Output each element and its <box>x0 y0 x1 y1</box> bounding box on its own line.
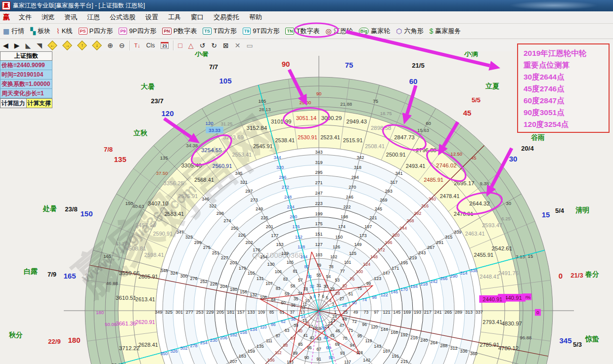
price-ring-inner-label: 2628.41 <box>138 342 158 348</box>
spiral-number: 80 <box>305 264 309 269</box>
spiral-number: 37 <box>290 310 295 315</box>
menu-item-1[interactable]: 浏览 <box>37 12 59 23</box>
toolbar-button-◣[interactable]: ◣ <box>23 40 34 51</box>
spiral-number: 349 <box>155 310 162 315</box>
spiral-number: 179 <box>239 266 246 271</box>
wheel-outer-label-21/3: 21/3 <box>570 272 583 279</box>
spiral-number: 337 <box>476 310 483 315</box>
percent-ring-label: 21.88 <box>340 101 352 107</box>
spiral-number: 300 <box>180 274 188 279</box>
panel-row-1: 时间=20190104 <box>0 70 52 80</box>
price-ring-inner-label: 2560.91 <box>213 163 232 169</box>
spiral-number: 313 <box>465 310 473 315</box>
toolbar-button-✕[interactable]: ✕ <box>232 40 244 51</box>
menu-item-0[interactable]: 文件 <box>14 12 37 23</box>
menu-item-6[interactable]: 工具 <box>163 12 186 23</box>
spiral-number: 320 <box>276 165 284 170</box>
panel-button-0[interactable]: 计算阻力 <box>0 98 27 108</box>
menu-item-9[interactable]: 帮助 <box>244 12 267 23</box>
T↓-icon: T↓ <box>134 42 140 49</box>
spiral-number: 312 <box>450 346 457 351</box>
toolbar-button-P数字表[interactable]: PNP数字表 <box>159 25 200 37</box>
menu-item-5[interactable]: 设置 <box>140 12 163 23</box>
toolbar-button-行情[interactable]: ▦行情 <box>0 25 27 37</box>
spiral-number: 120 <box>371 324 378 329</box>
toolbar-button-⊠[interactable]: ⊠ <box>220 40 232 51</box>
spiral-number: 348 <box>160 268 168 273</box>
spiral-number: 183 <box>239 354 246 359</box>
赢家服务-icon: $ <box>429 28 433 35</box>
spiral-number: 69 <box>335 342 340 347</box>
wheel-outer-label-20/4: 20/4 <box>521 145 534 152</box>
wheel-outer-label-7/9: 7/9 <box>47 271 56 278</box>
toolbar-button-▭[interactable]: ▭ <box>243 40 256 51</box>
main-toolbar: ▦行情▚板块⌇K线PSP四方形P99P四方形PNP数字表TST四方形T99T四方… <box>0 24 613 39</box>
percent-ring-label: 33.33 <box>209 127 220 133</box>
toolbar-button-◥[interactable]: ◥ <box>34 40 45 51</box>
toolbar-button-9T四方形[interactable]: T99T四方形 <box>240 25 283 37</box>
calendar-icon: 21 <box>161 42 169 49</box>
spiral-number: 39 <box>294 323 299 328</box>
toolbar-button-▶[interactable]: ▶ <box>11 40 23 51</box>
toolbar-button-P四方形[interactable]: PSP四方形 <box>76 25 116 37</box>
spiral-number: 124 <box>363 262 370 267</box>
price-ring-outer-label: 3051.14 <box>296 115 317 121</box>
toolbar-button-六角形[interactable]: ⬡六角形 <box>393 25 426 37</box>
spiral-number: 144 <box>381 327 388 332</box>
price-ring-inner-label: 2785.91 <box>480 342 499 348</box>
price-ring-inner-label: 2448.41 <box>480 274 499 280</box>
gann-wheel-button[interactable]: ◎江恩轮 <box>322 25 355 37</box>
toolbar-button-9P四方形[interactable]: P99P四方形 <box>116 25 159 37</box>
spiral-number: 155 <box>248 271 255 276</box>
spiral-number: 119 <box>365 338 372 343</box>
menu-item-3[interactable]: 江恩 <box>82 12 105 23</box>
spiral-number: 96 <box>362 322 367 327</box>
menu-item-8[interactable]: 交易委托 <box>209 12 244 23</box>
wheel-outer-label-135: 135 <box>114 155 126 163</box>
toolbar-button-◀[interactable]: ◀ <box>0 40 11 51</box>
⊕-icon: ⊕ <box>107 42 113 49</box>
toolbar-button-T↓[interactable]: T↓ <box>131 40 143 51</box>
toolbar-button-△[interactable]: △ <box>185 40 197 51</box>
spiral-number: 158 <box>240 330 247 335</box>
menu-item-4[interactable]: 公式选股 <box>105 12 140 23</box>
wheel-outer-label-清明: 清明 <box>575 206 589 214</box>
toolbar-button-K线[interactable]: ⌇K线 <box>53 25 76 37</box>
spiral-number: 156 <box>240 289 247 294</box>
menu-item-2[interactable]: 资讯 <box>59 12 82 23</box>
spiral-number: 7 <box>318 293 320 298</box>
toolbar-button-⊖[interactable]: ⊖ <box>116 40 128 51</box>
menu-item-7[interactable]: 窗口 <box>186 12 209 23</box>
toolbar-button-↻[interactable]: ↻ <box>208 40 220 51</box>
annotation-line-1: 重要点位测算 <box>524 59 609 71</box>
□-icon: □ <box>178 42 182 49</box>
spiral-number: 30 <box>323 284 328 289</box>
spiral-number: 50 <box>352 300 357 305</box>
toolbar-button-↺[interactable]: ↺ <box>196 40 208 51</box>
wheel-outer-label-15: 15 <box>542 210 550 219</box>
toolbar-button-板块[interactable]: ▚板块 <box>27 25 53 37</box>
spiral-number: 193 <box>414 310 421 315</box>
toolbar-button-Cls[interactable]: Cls <box>143 40 158 51</box>
toolbar-button-5[interactable]: → <box>60 40 75 51</box>
PS-icon: PS <box>79 28 88 35</box>
toolbar-button-21[interactable]: 21 <box>158 40 172 51</box>
spiral-number: 27 <box>340 296 345 301</box>
spiral-number: 149 <box>354 242 361 247</box>
price-ring-inner-label: 2440.91 <box>482 296 502 302</box>
toolbar-button-T四方形[interactable]: TST四方形 <box>200 25 239 37</box>
toolbar-button-4[interactable]: ← <box>45 40 60 51</box>
spiral-number: 301 <box>175 310 183 315</box>
toolbar-button-赢家服务[interactable]: $赢家服务 <box>426 25 464 37</box>
toolbar-button-7[interactable]: ↓ <box>89 40 104 51</box>
toolbar-button-6[interactable]: ↑ <box>75 40 89 51</box>
price-ring-outer-label: 2847.73 <box>394 134 415 140</box>
price-ring-inner-label: 2793.41 <box>482 319 502 325</box>
toolbar-button-⊕[interactable]: ⊕ <box>104 40 116 51</box>
toolbar-button-赢家轮[interactable]: Big赢家轮 <box>356 25 394 37</box>
spiral-number: 175 <box>315 221 322 226</box>
toolbar-button-□[interactable]: □ <box>175 40 185 51</box>
panel-button-1[interactable]: 计算支撑 <box>27 98 53 108</box>
diamond-arrow-←-icon: ← <box>47 40 57 50</box>
toolbar-button-T数字表[interactable]: TNT数字表 <box>282 25 322 37</box>
